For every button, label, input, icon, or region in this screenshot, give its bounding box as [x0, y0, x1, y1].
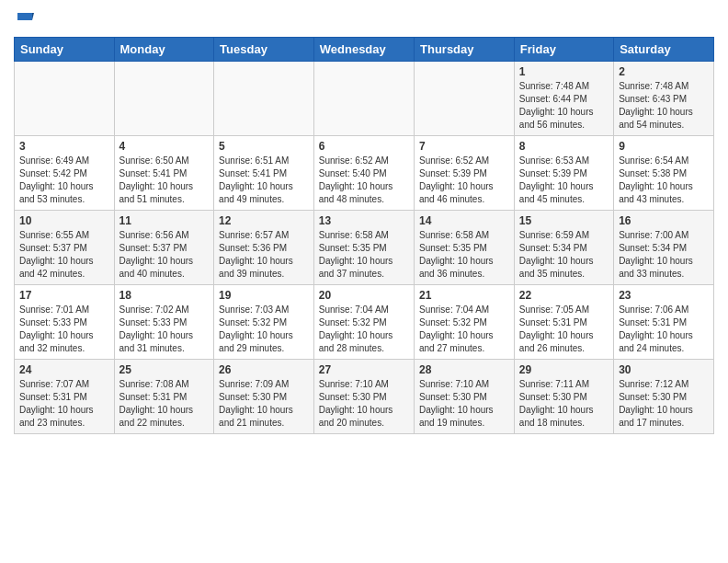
calendar-day-cell: 12Sunrise: 6:57 AM Sunset: 5:36 PM Dayli… — [214, 211, 314, 285]
day-info: Sunrise: 6:55 AM Sunset: 5:37 PM Dayligh… — [19, 229, 109, 281]
calendar-week-row: 3Sunrise: 6:49 AM Sunset: 5:42 PM Daylig… — [15, 136, 714, 211]
day-number: 28 — [419, 363, 509, 376]
day-number: 5 — [219, 140, 309, 153]
day-info: Sunrise: 7:07 AM Sunset: 5:31 PM Dayligh… — [19, 378, 109, 430]
svg-marker-1 — [32, 13, 34, 20]
calendar-day-cell: 13Sunrise: 6:58 AM Sunset: 5:35 PM Dayli… — [313, 211, 414, 285]
day-info: Sunrise: 6:58 AM Sunset: 5:35 PM Dayligh… — [319, 229, 409, 281]
calendar-weekday-header: Monday — [114, 38, 214, 62]
day-number: 25 — [119, 363, 210, 376]
day-info: Sunrise: 6:57 AM Sunset: 5:36 PM Dayligh… — [219, 229, 309, 281]
calendar-weekday-header: Wednesday — [313, 38, 414, 62]
day-number: 13 — [319, 214, 409, 227]
calendar-day-cell: 14Sunrise: 6:58 AM Sunset: 5:35 PM Dayli… — [415, 211, 515, 285]
calendar-day-cell: 20Sunrise: 7:04 AM Sunset: 5:32 PM Dayli… — [313, 285, 414, 360]
day-number: 19 — [219, 289, 309, 302]
day-info: Sunrise: 7:10 AM Sunset: 5:30 PM Dayligh… — [419, 378, 509, 430]
day-info: Sunrise: 7:04 AM Sunset: 5:32 PM Dayligh… — [419, 304, 509, 355]
day-number: 16 — [619, 214, 709, 227]
calendar-day-cell — [313, 62, 414, 136]
calendar-weekday-header: Saturday — [614, 38, 714, 62]
day-info: Sunrise: 7:02 AM Sunset: 5:33 PM Dayligh… — [119, 304, 210, 355]
day-info: Sunrise: 6:52 AM Sunset: 5:40 PM Dayligh… — [319, 155, 409, 206]
calendar-day-cell: 28Sunrise: 7:10 AM Sunset: 5:30 PM Dayli… — [415, 360, 515, 434]
day-number: 30 — [619, 363, 709, 376]
day-number: 24 — [19, 363, 109, 376]
calendar-header-row: SundayMondayTuesdayWednesdayThursdayFrid… — [15, 38, 714, 62]
calendar-day-cell: 16Sunrise: 7:00 AM Sunset: 5:34 PM Dayli… — [614, 211, 714, 285]
day-number: 11 — [119, 214, 210, 227]
calendar-table: SundayMondayTuesdayWednesdayThursdayFrid… — [14, 37, 714, 434]
day-info: Sunrise: 6:52 AM Sunset: 5:39 PM Dayligh… — [419, 155, 509, 206]
day-info: Sunrise: 7:48 AM Sunset: 6:43 PM Dayligh… — [619, 80, 709, 132]
day-info: Sunrise: 6:54 AM Sunset: 5:38 PM Dayligh… — [619, 155, 709, 206]
calendar-day-cell: 2Sunrise: 7:48 AM Sunset: 6:43 PM Daylig… — [614, 62, 714, 136]
calendar-day-cell: 25Sunrise: 7:08 AM Sunset: 5:31 PM Dayli… — [114, 360, 214, 434]
day-number: 20 — [319, 289, 409, 302]
day-number: 17 — [19, 289, 109, 302]
calendar-day-cell — [415, 62, 515, 136]
calendar-week-row: 17Sunrise: 7:01 AM Sunset: 5:33 PM Dayli… — [15, 285, 714, 360]
calendar-day-cell: 18Sunrise: 7:02 AM Sunset: 5:33 PM Dayli… — [114, 285, 214, 360]
calendar-day-cell: 24Sunrise: 7:07 AM Sunset: 5:31 PM Dayli… — [15, 360, 115, 434]
day-info: Sunrise: 7:48 AM Sunset: 6:44 PM Dayligh… — [519, 80, 609, 132]
calendar-week-row: 1Sunrise: 7:48 AM Sunset: 6:44 PM Daylig… — [15, 62, 714, 136]
calendar-day-cell: 10Sunrise: 6:55 AM Sunset: 5:37 PM Dayli… — [15, 211, 115, 285]
calendar-day-cell: 4Sunrise: 6:50 AM Sunset: 5:41 PM Daylig… — [114, 136, 214, 211]
day-number: 21 — [419, 289, 509, 302]
day-info: Sunrise: 6:50 AM Sunset: 5:41 PM Dayligh… — [119, 155, 210, 206]
calendar-day-cell: 29Sunrise: 7:11 AM Sunset: 5:30 PM Dayli… — [514, 360, 613, 434]
day-number: 15 — [519, 214, 609, 227]
calendar-day-cell: 6Sunrise: 6:52 AM Sunset: 5:40 PM Daylig… — [313, 136, 414, 211]
calendar-day-cell: 3Sunrise: 6:49 AM Sunset: 5:42 PM Daylig… — [15, 136, 115, 211]
svg-marker-0 — [17, 13, 32, 20]
day-number: 27 — [319, 363, 409, 376]
calendar-day-cell: 22Sunrise: 7:05 AM Sunset: 5:31 PM Dayli… — [514, 285, 613, 360]
calendar-weekday-header: Thursday — [415, 38, 515, 62]
day-info: Sunrise: 6:59 AM Sunset: 5:34 PM Dayligh… — [519, 229, 609, 281]
day-number: 8 — [519, 140, 609, 153]
calendar-day-cell: 7Sunrise: 6:52 AM Sunset: 5:39 PM Daylig… — [415, 136, 515, 211]
day-info: Sunrise: 7:03 AM Sunset: 5:32 PM Dayligh… — [219, 304, 309, 355]
day-number: 3 — [19, 140, 109, 153]
day-info: Sunrise: 7:10 AM Sunset: 5:30 PM Dayligh… — [319, 378, 409, 430]
day-number: 1 — [519, 65, 609, 78]
day-info: Sunrise: 7:11 AM Sunset: 5:30 PM Dayligh… — [519, 378, 609, 430]
calendar-day-cell: 26Sunrise: 7:09 AM Sunset: 5:30 PM Dayli… — [214, 360, 314, 434]
day-number: 18 — [119, 289, 210, 302]
calendar-day-cell: 8Sunrise: 6:53 AM Sunset: 5:39 PM Daylig… — [514, 136, 613, 211]
calendar-week-row: 24Sunrise: 7:07 AM Sunset: 5:31 PM Dayli… — [15, 360, 714, 434]
calendar-day-cell: 23Sunrise: 7:06 AM Sunset: 5:31 PM Dayli… — [614, 285, 714, 360]
day-info: Sunrise: 7:06 AM Sunset: 5:31 PM Dayligh… — [619, 304, 709, 355]
day-info: Sunrise: 7:05 AM Sunset: 5:31 PM Dayligh… — [519, 304, 609, 355]
day-info: Sunrise: 7:12 AM Sunset: 5:30 PM Dayligh… — [619, 378, 709, 430]
calendar-day-cell: 27Sunrise: 7:10 AM Sunset: 5:30 PM Dayli… — [313, 360, 414, 434]
logo — [14, 9, 34, 29]
calendar-day-cell: 15Sunrise: 6:59 AM Sunset: 5:34 PM Dayli… — [514, 211, 613, 285]
calendar-day-cell: 19Sunrise: 7:03 AM Sunset: 5:32 PM Dayli… — [214, 285, 314, 360]
day-number: 26 — [219, 363, 309, 376]
day-number: 9 — [619, 140, 709, 153]
calendar-body: 1Sunrise: 7:48 AM Sunset: 6:44 PM Daylig… — [15, 62, 714, 434]
day-number: 22 — [519, 289, 609, 302]
calendar-day-cell: 21Sunrise: 7:04 AM Sunset: 5:32 PM Dayli… — [415, 285, 515, 360]
day-info: Sunrise: 6:53 AM Sunset: 5:39 PM Dayligh… — [519, 155, 609, 206]
calendar-week-row: 10Sunrise: 6:55 AM Sunset: 5:37 PM Dayli… — [15, 211, 714, 285]
day-number: 6 — [319, 140, 409, 153]
page-header — [14, 9, 714, 29]
calendar-day-cell — [114, 62, 214, 136]
day-info: Sunrise: 7:08 AM Sunset: 5:31 PM Dayligh… — [119, 378, 210, 430]
calendar-day-cell: 1Sunrise: 7:48 AM Sunset: 6:44 PM Daylig… — [514, 62, 613, 136]
day-info: Sunrise: 6:49 AM Sunset: 5:42 PM Dayligh… — [19, 155, 109, 206]
calendar-day-cell — [214, 62, 314, 136]
day-number: 2 — [619, 65, 709, 78]
calendar-day-cell — [15, 62, 115, 136]
day-info: Sunrise: 7:01 AM Sunset: 5:33 PM Dayligh… — [19, 304, 109, 355]
calendar-day-cell: 11Sunrise: 6:56 AM Sunset: 5:37 PM Dayli… — [114, 211, 214, 285]
day-info: Sunrise: 6:56 AM Sunset: 5:37 PM Dayligh… — [119, 229, 210, 281]
day-info: Sunrise: 7:04 AM Sunset: 5:32 PM Dayligh… — [319, 304, 409, 355]
day-number: 4 — [119, 140, 210, 153]
calendar-weekday-header: Sunday — [15, 38, 115, 62]
day-number: 12 — [219, 214, 309, 227]
calendar-day-cell: 9Sunrise: 6:54 AM Sunset: 5:38 PM Daylig… — [614, 136, 714, 211]
